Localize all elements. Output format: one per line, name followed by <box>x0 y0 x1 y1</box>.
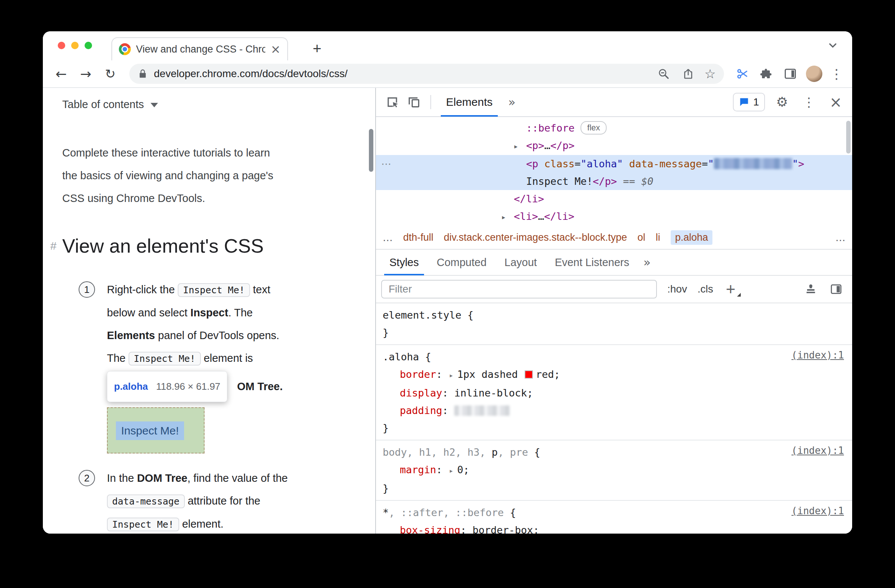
back-button[interactable]: ← <box>53 66 70 82</box>
css-rule-line[interactable]: } <box>383 324 852 341</box>
breadcrumb-item[interactable]: dth-full <box>403 232 433 243</box>
new-style-rule-button[interactable]: + <box>726 281 736 297</box>
styles-pane-tab-styles[interactable]: Styles <box>381 249 428 275</box>
window-content: Table of contents Complete these interac… <box>43 88 852 533</box>
side-panel-icon[interactable] <box>782 65 798 82</box>
breadcrumb-item[interactable]: li <box>656 232 660 243</box>
token-tag: </p> <box>593 176 617 187</box>
css-declaration[interactable]: margin: ▸0; <box>383 461 852 480</box>
dom-tree-row[interactable]: ⋯<p class="aloha" data-message="">Inspec… <box>376 155 852 190</box>
profile-avatar[interactable] <box>806 65 822 82</box>
stamp-icon[interactable] <box>804 283 817 296</box>
token-plain: = <box>575 158 581 170</box>
styles-pane-tab-computed[interactable]: Computed <box>428 249 496 275</box>
styles-pane-tab-list: StylesComputedLayoutEvent Listeners <box>381 249 638 275</box>
extensions-puzzle-icon[interactable] <box>758 65 775 82</box>
css-declaration[interactable]: box-sizing: border-box; <box>383 521 852 533</box>
dom-tree-row[interactable]: ▸<li>…</li> <box>376 208 852 226</box>
sidebar-toggle-icon[interactable] <box>830 283 842 296</box>
more-panes-icon[interactable]: » <box>638 255 656 270</box>
more-tabs-icon[interactable]: » <box>503 95 521 109</box>
css-declaration[interactable]: display: inline-block; <box>383 384 852 402</box>
reload-button[interactable]: ↻ <box>102 66 119 81</box>
inline-code-chip: Inspect Me! <box>107 518 179 531</box>
issues-counter[interactable]: 1 <box>733 93 765 111</box>
breadcrumb-item[interactable]: div.stack.center-images.stack--block.typ… <box>444 232 627 243</box>
new-tab-button[interactable]: + <box>308 39 326 58</box>
styles-rule-list: element.style {}(index):1.aloha {border:… <box>376 303 852 533</box>
style-rule: element.style {} <box>376 303 852 345</box>
css-declaration[interactable]: border: ▸1px dashed red; <box>383 365 852 384</box>
inspect-element-icon[interactable] <box>383 92 402 112</box>
heading-anchor-link[interactable]: # <box>50 239 57 252</box>
css-rule-line[interactable]: *, ::after, ::before { <box>383 504 852 521</box>
breadcrumb-item[interactable]: ol <box>637 232 645 243</box>
token-plain: … <box>538 211 544 222</box>
dom-tree-row[interactable]: ::beforeflex <box>376 119 852 137</box>
css-rule-line[interactable]: .aloha { <box>383 348 852 365</box>
dom-tree-row[interactable]: ▸<p>…</p> <box>376 137 852 155</box>
browser-menu-icon[interactable]: ⋮ <box>830 66 842 82</box>
text-segment: Elements <box>107 329 155 341</box>
tooltip-selector: p.aloha <box>114 375 148 398</box>
style-source-link[interactable]: (index):1 <box>792 505 844 517</box>
scrollbar-thumb[interactable] <box>369 129 373 172</box>
step-1-text: Right-click the Inspect Me! textbelow an… <box>107 278 283 370</box>
browser-tab[interactable]: View and change CSS - Chrom × <box>111 37 288 61</box>
device-toolbar-icon[interactable] <box>404 92 424 112</box>
token-redact-blue <box>714 158 792 169</box>
css-rule-line[interactable]: body, h1, h2, h3, p, pre { <box>383 443 852 461</box>
token-exp: ▸ <box>449 371 454 380</box>
table-of-contents-dropdown[interactable]: Table of contents <box>62 97 158 112</box>
tab-search-chevron-icon[interactable] <box>827 39 839 53</box>
style-source-link[interactable]: (index):1 <box>792 350 844 361</box>
toggle-hover-state-button[interactable]: :hov <box>667 283 687 295</box>
scissors-extension-icon[interactable] <box>734 65 751 82</box>
styles-pane-tab-event-listeners[interactable]: Event Listeners <box>546 249 638 275</box>
css-rule-line[interactable]: } <box>383 419 852 437</box>
styles-pane-tab-layout[interactable]: Layout <box>496 249 546 275</box>
token-plain: red; <box>536 368 560 380</box>
styles-filter-input[interactable] <box>381 280 657 299</box>
address-bar[interactable]: developer.chrome.com/docs/devtools/css/ … <box>129 64 724 84</box>
token-plain: 0; <box>457 464 469 476</box>
close-devtools-icon[interactable]: × <box>826 92 845 112</box>
bookmark-star-icon[interactable]: ☆ <box>705 67 716 80</box>
breadcrumb-overflow-left[interactable]: … <box>383 232 393 243</box>
css-rule-line[interactable]: } <box>383 480 852 497</box>
lock-icon[interactable] <box>138 68 148 79</box>
tutorial-steps: 1 Right-click the Inspect Me! textbelow … <box>79 278 360 533</box>
css-rule-line[interactable]: element.style { <box>383 306 852 324</box>
inspect-me-element[interactable]: Inspect Me! <box>107 407 205 453</box>
breadcrumb-item[interactable]: p.aloha <box>671 230 713 245</box>
dom-tree-row[interactable]: </li> <box>376 190 852 208</box>
zoom-icon[interactable] <box>655 65 672 82</box>
breadcrumb-overflow-right[interactable]: … <box>835 232 845 243</box>
minimize-window-button[interactable] <box>71 42 79 49</box>
toggle-class-button[interactable]: .cls <box>698 283 713 295</box>
settings-gear-icon[interactable]: ⚙ <box>772 92 792 112</box>
text-segment: element. <box>179 518 224 530</box>
text-segment: . The <box>228 307 253 318</box>
styles-filter-bar: :hov .cls + <box>376 276 852 303</box>
token-prop: border <box>400 368 436 380</box>
step-number: 2 <box>79 470 95 486</box>
close-window-button[interactable] <box>58 42 65 49</box>
maximize-window-button[interactable] <box>85 42 92 49</box>
step-2-body: In the DOM Tree, find the value of theda… <box>107 467 288 533</box>
text-segment: attribute for the <box>185 495 261 507</box>
inspect-me-text[interactable]: Inspect Me! <box>116 421 184 440</box>
doc-line: In the DOM Tree, find the value of the <box>107 467 288 489</box>
devtools-menu-icon[interactable]: ⋮ <box>799 92 819 112</box>
share-icon[interactable] <box>680 65 696 82</box>
breadcrumb-items: dth-fulldiv.stack.center-images.stack--b… <box>403 230 712 245</box>
token-attr: data-message <box>629 158 702 170</box>
forward-button[interactable]: → <box>77 66 94 82</box>
css-declaration[interactable]: padding: <box>383 402 852 419</box>
expand-arrow-icon[interactable]: ▸ <box>501 208 514 226</box>
url-text[interactable]: developer.chrome.com/docs/devtools/css/ <box>154 68 347 80</box>
style-source-link[interactable]: (index):1 <box>792 445 844 456</box>
tab-close-icon[interactable]: × <box>270 43 281 55</box>
tab-elements[interactable]: Elements <box>438 88 501 117</box>
expand-arrow-icon[interactable]: ▸ <box>513 138 526 155</box>
